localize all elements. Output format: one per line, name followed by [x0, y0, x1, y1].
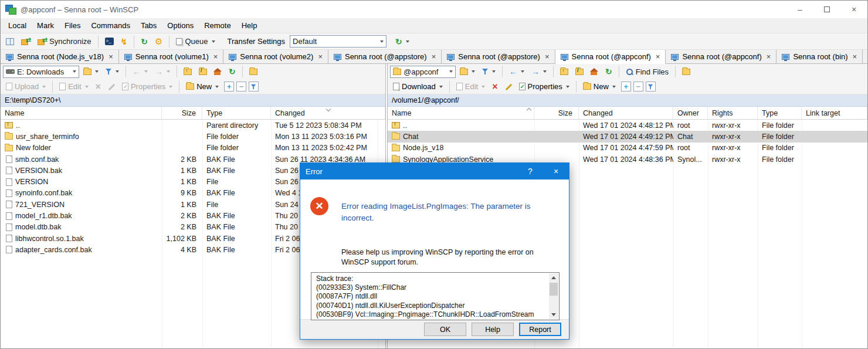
remote-parent-dir-button[interactable]: ↑ [557, 67, 571, 77]
file-row[interactable]: usr_share_terminfo File folder Mon 13 11… [1, 131, 385, 142]
remote-filter-button[interactable] [479, 66, 499, 77]
column-header-size[interactable]: Size [162, 107, 202, 119]
remote-forward-button[interactable]: → [528, 66, 550, 77]
column-header-changed[interactable]: Changed [579, 107, 673, 119]
remote-new-button[interactable]: New [580, 80, 619, 93]
scroll-down-icon[interactable] [549, 310, 558, 319]
tab-close-icon[interactable]: × [853, 52, 857, 61]
dialog-help-button[interactable]: ? [517, 163, 543, 179]
maximize-button[interactable] [813, 1, 840, 18]
open-console-button[interactable]: >_ [102, 36, 117, 47]
find-files-button[interactable]: Find Files [623, 66, 672, 78]
select-remove-button[interactable]: − [236, 82, 246, 92]
local-refresh-button[interactable]: ↻ [226, 66, 239, 77]
menu-item[interactable]: Files [59, 19, 86, 32]
remote-home-dir-button[interactable] [588, 67, 601, 77]
menu-item[interactable]: Commands [86, 19, 135, 32]
select-filter-button[interactable] [249, 82, 259, 92]
menu-item[interactable]: Options [162, 19, 199, 32]
session-tab[interactable]: Senna root (Node.js_v18) × [1, 50, 119, 63]
remote-edit-button[interactable]: Edit [453, 80, 488, 93]
file-row[interactable]: .. Parent directory Tue 5 12 2023 5:08:3… [1, 120, 385, 131]
remote-open-in-other-panel-button[interactable] [679, 67, 693, 77]
session-tab[interactable]: Senna root (@appstore) × [442, 50, 555, 63]
column-header-link-target[interactable]: Link target [802, 107, 867, 119]
local-filter-button[interactable] [103, 66, 122, 77]
column-header-size[interactable]: Size [534, 107, 579, 119]
column-header-name[interactable]: Name [388, 107, 534, 119]
select-filter-button[interactable] [646, 82, 656, 92]
local-properties-button[interactable]: Properties [119, 80, 175, 93]
session-tab[interactable]: Senna root (bin) × [777, 50, 863, 63]
minimize-button[interactable]: – [786, 1, 813, 18]
local-parent-dir-button[interactable]: ↑ [181, 67, 195, 77]
local-forward-button[interactable]: → [152, 66, 173, 77]
preferences-button[interactable]: ⚙ [152, 35, 165, 48]
remote-delete-button[interactable]: × [489, 80, 500, 93]
column-header-owner[interactable]: Owner [673, 107, 708, 119]
select-add-button[interactable]: + [621, 82, 631, 92]
remote-properties-button[interactable]: Properties [516, 80, 572, 93]
file-row[interactable]: Chat Wed 17 01 2024 4:49:12 PM Chat rwxr… [388, 131, 867, 142]
new-tab-button[interactable]: New Tab [863, 50, 868, 63]
scrollbar-thumb[interactable] [550, 283, 558, 296]
session-tab[interactable]: Senna root (volume2) × [223, 50, 328, 63]
session-tab[interactable]: Senna root (@appconf) × [666, 50, 777, 63]
remote-root-dir-button[interactable]: / [572, 67, 586, 77]
remote-rename-button[interactable] [502, 82, 515, 92]
local-path-bar[interactable]: E:\temp\DS720+\ [1, 94, 385, 107]
session-tab[interactable]: Senna root (@appconf) × [555, 50, 666, 64]
session-tab[interactable]: Senna root (volume1) × [119, 50, 224, 63]
column-header-changed[interactable]: Changed [271, 107, 385, 119]
menu-item[interactable]: Remote [199, 19, 236, 32]
local-new-button[interactable]: New [183, 80, 222, 93]
select-remove-button[interactable]: − [633, 82, 643, 92]
menu-item[interactable]: Mark [32, 19, 59, 32]
transfer-settings-select[interactable]: Default [290, 35, 386, 48]
synchronize-browsing-dropdown[interactable]: ↻ [392, 36, 412, 48]
local-open-in-other-panel-button[interactable] [246, 67, 260, 77]
local-back-button[interactable]: ← [130, 66, 151, 77]
remote-path-bar[interactable]: /volume1/@appconf/ [388, 94, 867, 107]
remote-open-dir-button[interactable] [457, 67, 478, 77]
scroll-up-icon[interactable] [549, 273, 558, 282]
report-button[interactable]: Report [519, 323, 561, 336]
tab-close-icon[interactable]: × [545, 52, 550, 61]
tab-close-icon[interactable]: × [767, 52, 771, 61]
menu-item[interactable]: Tabs [135, 19, 162, 32]
toggle-panes-button[interactable] [3, 36, 17, 47]
help-button[interactable]: Help [472, 323, 514, 336]
column-header-rights[interactable]: Rights [708, 107, 758, 119]
tab-close-icon[interactable]: × [108, 52, 113, 61]
local-delete-button[interactable]: × [93, 80, 104, 93]
scrollbar[interactable] [549, 273, 558, 319]
column-header-name[interactable]: Name [1, 107, 162, 119]
sync-browsing-button[interactable] [18, 36, 33, 47]
upload-button[interactable]: ↑ Upload [3, 80, 49, 93]
file-row[interactable]: New folder File folder Mon 13 11 2023 5:… [1, 143, 385, 154]
download-button[interactable]: ↓ Download [390, 80, 446, 93]
local-root-dir-button[interactable]: / [196, 67, 210, 77]
synchronize-button[interactable]: Synchronize [35, 35, 94, 48]
column-header-type[interactable]: Type [202, 107, 271, 119]
local-edit-button[interactable]: Edit [56, 80, 91, 93]
stack-trace-box[interactable]: Stack trace:(002933E3) System::FillChar(… [311, 272, 560, 320]
queue-button[interactable]: Queue [173, 35, 218, 48]
session-tab[interactable]: Senna root (@appstore) × [328, 50, 442, 63]
menu-item[interactable]: Help [236, 19, 263, 32]
tab-close-icon[interactable]: × [656, 52, 660, 61]
close-button[interactable]: × [840, 1, 867, 18]
local-rename-button[interactable] [105, 82, 118, 92]
refresh-button[interactable]: ↻ [138, 36, 151, 48]
file-row[interactable]: .. Wed 17 01 2024 4:48:12 PM root rwxr-x… [388, 120, 867, 131]
column-header-type[interactable]: Type [758, 107, 802, 119]
dialog-close-button[interactable]: × [543, 163, 569, 179]
remote-dir-select[interactable]: @appconf [390, 66, 456, 78]
select-add-button[interactable]: + [224, 82, 234, 92]
remote-refresh-button[interactable]: ↻ [602, 66, 615, 77]
ok-button[interactable]: OK [424, 323, 466, 336]
remote-back-button[interactable]: ← [506, 66, 527, 77]
file-row[interactable]: Node.js_v18 Wed 17 01 2024 4:47:59 PM ro… [388, 143, 867, 154]
local-drive-select[interactable]: E: Downloads [3, 66, 79, 78]
tab-close-icon[interactable]: × [318, 52, 323, 61]
